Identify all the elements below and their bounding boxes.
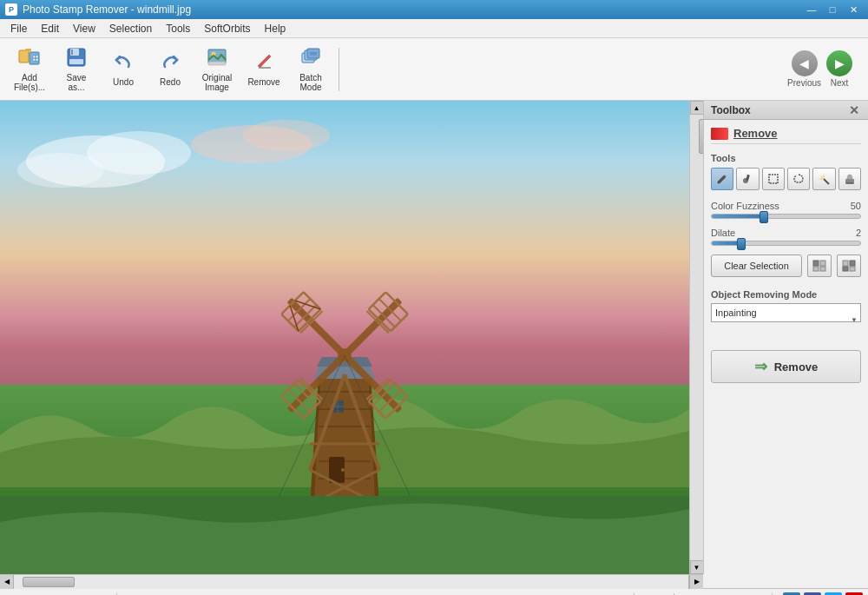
tool-lasso[interactable]	[787, 168, 810, 190]
svg-rect-76	[846, 182, 853, 184]
add-files-icon	[17, 47, 42, 71]
next-label: Next	[831, 78, 849, 88]
svg-rect-77	[813, 261, 819, 266]
save-as-label: Save as...	[67, 73, 87, 92]
youtube-button[interactable]: ▶	[845, 592, 863, 596]
minimize-button[interactable]: —	[802, 2, 821, 17]
remove-arrows-icon: ⇒	[754, 357, 767, 376]
dilate-value: 2	[856, 228, 861, 238]
social-buttons: i f t ▶	[783, 592, 863, 596]
color-fuzziness-track[interactable]	[711, 214, 861, 219]
undo-button[interactable]: Undo	[101, 43, 146, 96]
menu-view[interactable]: View	[66, 21, 102, 36]
scroll-up-button[interactable]: ▲	[690, 101, 704, 115]
clear-selection-row: Clear Selection	[711, 255, 861, 277]
svg-marker-25	[314, 379, 375, 500]
toolbox-title: Toolbox	[711, 104, 751, 116]
mode-dropdown-wrapper: Inpainting ▼	[711, 303, 861, 336]
scroll-left-button[interactable]: ◀	[0, 575, 14, 589]
dilate-thumb[interactable]	[737, 238, 746, 250]
color-fuzziness-thumb[interactable]	[760, 211, 768, 223]
redo-label: Redo	[160, 77, 181, 87]
color-fuzziness-fill	[712, 215, 764, 218]
redo-button[interactable]: Redo	[148, 43, 193, 96]
tool-pencil[interactable]	[711, 168, 733, 190]
svg-rect-83	[843, 267, 848, 271]
scroll-thumb-v[interactable]	[699, 119, 704, 154]
horizontal-scrollbar[interactable]: ◀ ▶	[0, 574, 703, 588]
menubar: File Edit View Selection Tools SoftOrbit…	[0, 19, 868, 38]
menu-edit[interactable]: Edit	[34, 21, 66, 36]
info-button[interactable]: i	[783, 592, 800, 596]
svg-rect-82	[850, 261, 855, 266]
maximize-button[interactable]: □	[823, 2, 842, 17]
original-image-label: Original Image	[202, 73, 232, 92]
remove-action-button[interactable]: ⇒ Remove	[711, 350, 861, 383]
original-image-button[interactable]: Original Image	[194, 43, 240, 96]
image-canvas[interactable]	[0, 101, 689, 574]
color-fuzziness-label: Color Fuzziness	[711, 201, 779, 211]
next-button[interactable]: ▶ Next	[826, 50, 852, 88]
main-area: ▲ ▼ Toolbox ✕ Remove Tools	[0, 101, 868, 574]
toolbox-close-button[interactable]: ✕	[847, 103, 861, 117]
svg-rect-12	[208, 62, 226, 65]
svg-point-61	[341, 468, 345, 472]
svg-rect-81	[843, 261, 848, 266]
color-fuzziness-header: Color Fuzziness 50	[711, 201, 861, 211]
remove-button[interactable]: Remove	[241, 43, 286, 96]
svg-point-23	[243, 120, 330, 151]
scroll-right-button[interactable]: ▶	[689, 575, 703, 589]
toolbox-header: Toolbox ✕	[704, 101, 868, 120]
menu-selection[interactable]: Selection	[102, 21, 159, 36]
add-files-button[interactable]: Add File(s)...	[7, 43, 52, 96]
save-as-button[interactable]: Save as...	[54, 43, 99, 96]
close-button[interactable]: ✕	[844, 2, 863, 17]
clear-selection-button[interactable]: Clear Selection	[711, 255, 802, 277]
nav-buttons: ◀ Previous ▶ Next	[787, 50, 861, 88]
toolbox-section-label: Remove	[733, 127, 778, 140]
scroll-thumb-h[interactable]	[23, 577, 75, 587]
remove-section-icon	[711, 128, 728, 140]
tool-brush[interactable]	[736, 168, 759, 190]
tool-stamp[interactable]	[838, 168, 861, 190]
save-icon	[66, 47, 87, 71]
batch-mode-icon	[300, 47, 321, 71]
previous-button[interactable]: ◀ Previous	[787, 50, 821, 88]
previous-icon: ◀	[792, 50, 818, 76]
vertical-scrollbar[interactable]: ▲ ▼	[689, 101, 703, 574]
remove-label: Remove	[247, 77, 279, 87]
svg-rect-73	[769, 175, 778, 183]
toolbox-section-remove: Remove	[711, 127, 861, 144]
redo-icon	[160, 51, 181, 76]
color-fuzziness-value: 50	[851, 201, 861, 211]
menu-help[interactable]: Help	[258, 21, 293, 36]
batch-mode-label: Batch Mode	[299, 73, 322, 92]
tool-magic-wand[interactable]	[812, 168, 835, 190]
dilate-slider-row: Dilate 2	[711, 228, 861, 246]
titlebar-controls: — □ ✕	[802, 2, 863, 17]
invert-selection-button[interactable]	[837, 255, 861, 277]
batch-mode-button[interactable]: Batch Mode	[288, 43, 333, 96]
dilate-label: Dilate	[711, 228, 735, 238]
dilate-header: Dilate 2	[711, 228, 861, 238]
app-icon: P	[5, 3, 17, 16]
toolbar-separator	[339, 48, 339, 91]
svg-line-74	[824, 179, 829, 184]
dilate-track[interactable]	[711, 241, 861, 246]
scroll-track-h[interactable]	[14, 575, 689, 589]
facebook-button[interactable]: f	[804, 592, 821, 596]
select-all-button[interactable]	[807, 255, 832, 277]
svg-rect-80	[820, 267, 825, 271]
windmill-image	[0, 101, 689, 574]
menu-tools[interactable]: Tools	[159, 21, 197, 36]
mode-dropdown[interactable]: Inpainting	[711, 303, 861, 322]
titlebar-left: P Photo Stamp Remover - windmill.jpg	[5, 3, 191, 16]
color-fuzziness-slider-row: Color Fuzziness 50	[711, 201, 861, 219]
scroll-down-button[interactable]: ▼	[690, 560, 704, 574]
svg-rect-9	[69, 59, 83, 64]
menu-file[interactable]: File	[3, 21, 34, 36]
twitter-button[interactable]: t	[825, 592, 842, 596]
menu-softorbits[interactable]: SoftOrbits	[197, 21, 257, 36]
canvas-wrapper: ▲ ▼	[0, 101, 703, 574]
tool-rect-select[interactable]	[762, 168, 785, 190]
